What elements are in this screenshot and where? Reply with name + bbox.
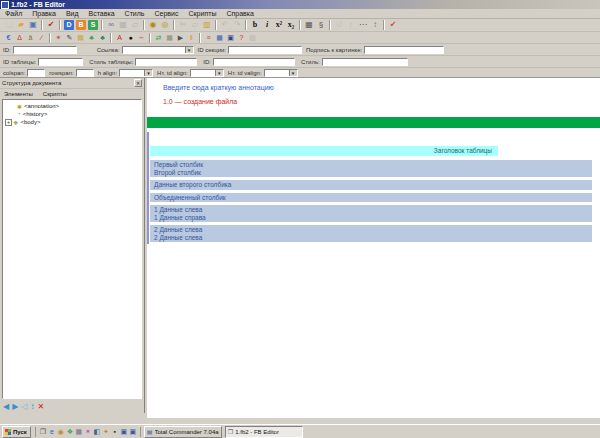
swap-icon[interactable]: ⇄ [153, 33, 164, 43]
save-icon[interactable]: ▣ [27, 19, 39, 30]
script-icon[interactable]: ƒ [345, 19, 357, 30]
grid-icon[interactable]: ▦ [164, 33, 175, 43]
replace-icon[interactable]: ◎ [159, 19, 171, 30]
tree-item[interactable]: ✱<annotation> [3, 102, 141, 110]
cell-icon[interactable]: ▣ [225, 33, 236, 43]
anchor-icon[interactable]: § [315, 19, 327, 30]
td-valign-select[interactable]: ▾ [264, 69, 298, 77]
halign-select[interactable]: ▾ [119, 69, 153, 77]
close-icon[interactable]: ✕ [134, 79, 142, 87]
window-app-icon[interactable]: ◧ [93, 427, 101, 437]
colspan-input[interactable] [27, 69, 45, 77]
table-row[interactable]: Объединенный столбик [150, 193, 592, 203]
section-id-input[interactable] [228, 46, 302, 54]
bold-button[interactable]: b [249, 19, 261, 30]
help-icon[interactable]: ? [236, 33, 247, 43]
source-mode-button[interactable]: S [88, 20, 98, 30]
move-vertical-icon[interactable]: ↕ [30, 401, 34, 412]
move-right-icon[interactable]: ▶ [12, 401, 18, 412]
expander-icon[interactable]: + [5, 119, 12, 126]
code-icon[interactable]: ▦ [303, 19, 315, 30]
spellcheck-icon[interactable]: ✔ [387, 19, 399, 30]
history-entry-text[interactable]: 1.0 — создание файла [163, 98, 237, 105]
table-row[interactable]: Первый столбикВторой столбик [150, 160, 592, 177]
undo-icon[interactable]: ↶ [219, 19, 231, 30]
superscript-button[interactable]: x² [273, 19, 285, 30]
start-button[interactable]: Пуск [2, 426, 31, 438]
refresh-icon[interactable]: ↕ [369, 19, 381, 30]
bullet-icon[interactable]: ● [125, 33, 136, 43]
selected-paragraph-bar[interactable] [147, 117, 600, 128]
ie-icon[interactable]: e [48, 427, 56, 437]
taskbar-task-button[interactable]: ▤Total Commander 7.04a... [144, 426, 222, 438]
settings-icon[interactable]: ✶ [53, 33, 64, 43]
text-author-icon[interactable]: A [114, 33, 125, 43]
green-app-icon[interactable]: ❖ [66, 427, 74, 437]
find-icon[interactable]: ◉ [147, 19, 159, 30]
copy-icon[interactable]: ▱ [189, 19, 201, 30]
image-caption-input[interactable] [364, 46, 444, 54]
subscript-button[interactable]: x₂ [285, 19, 297, 30]
taskbar-task-button[interactable]: ❐1.fb2 - FB Editor [225, 426, 303, 438]
table-icon[interactable]: ▦ [214, 33, 225, 43]
cell-id-input[interactable] [213, 58, 295, 66]
image-icon[interactable]: ▦ [117, 19, 129, 30]
rowspan-input[interactable] [76, 69, 94, 77]
save-app-icon[interactable]: ▣ [120, 427, 128, 437]
validate-icon[interactable]: ✔ [45, 19, 57, 30]
move-up-icon[interactable]: ◁ [21, 401, 27, 412]
table-header-row[interactable]: Заголовок таблицы [150, 146, 498, 156]
editor-area[interactable]: Введите сюда краткую аннотацию 1.0 — соз… [147, 78, 600, 418]
link-icon[interactable]: ∞ [105, 19, 117, 30]
delete-element-icon[interactable]: ✕ [37, 401, 44, 412]
title-bar[interactable]: 1.fb2 - FB Editor [0, 0, 600, 9]
body-mode-button[interactable]: B [76, 20, 86, 30]
tools-app-icon[interactable]: ✦ [102, 427, 110, 437]
show-desktop-icon[interactable]: ❐ [39, 427, 47, 437]
columns-icon[interactable]: ‖ [186, 33, 197, 43]
image-gray-icon[interactable]: ▨ [247, 33, 258, 43]
new-document-icon[interactable]: ❏ [3, 19, 15, 30]
rows-icon[interactable]: ≡ [203, 33, 214, 43]
redo-icon[interactable]: ↷ [231, 19, 243, 30]
slash-icon[interactable]: ∕ [36, 33, 47, 43]
italic-button[interactable]: i [261, 19, 273, 30]
book-icon[interactable]: ▤ [75, 33, 86, 43]
save-app2-icon[interactable]: ▣ [129, 427, 137, 437]
menu-item[interactable]: Вставка [84, 9, 120, 18]
epigraph-icon[interactable]: € [3, 33, 14, 43]
tab-scripts[interactable]: Скрипты [43, 91, 67, 97]
menu-item[interactable]: Вид [61, 9, 84, 18]
subsection-icon[interactable]: ♣ [97, 33, 108, 43]
description-mode-button[interactable]: D [64, 20, 74, 30]
media-player-icon[interactable]: ◉ [57, 427, 65, 437]
section-icon[interactable]: ♣ [86, 33, 97, 43]
tree-item[interactable]: +❖<body> [3, 118, 141, 126]
undo-all-icon[interactable]: ↺ [333, 19, 345, 30]
color-app-icon[interactable]: ✶ [84, 427, 92, 437]
tilde-icon[interactable]: ∼ [136, 33, 147, 43]
id-input[interactable] [13, 46, 77, 54]
td-align-select[interactable]: ▾ [190, 69, 224, 77]
table-id-input[interactable] [38, 58, 83, 66]
author-icon[interactable]: ä [25, 33, 36, 43]
table-row[interactable]: Данные второго столбика [150, 180, 592, 190]
table-row[interactable]: 1 Данные слева1 Данные справа [150, 205, 592, 222]
paste-icon[interactable]: ▥ [201, 19, 213, 30]
menu-item[interactable]: Скрипты [183, 9, 221, 18]
dark-app-icon[interactable]: ▪ [111, 427, 119, 437]
table-style-input[interactable] [135, 58, 197, 66]
options-icon[interactable]: ⋯ [357, 19, 369, 30]
cell-style-input[interactable] [322, 58, 408, 66]
menu-item[interactable]: Справка [221, 9, 258, 18]
open-folder-icon[interactable]: ▰ [15, 19, 27, 30]
title-icon[interactable]: Δ [14, 33, 25, 43]
edit-icon[interactable]: ✎ [64, 33, 75, 43]
table-row[interactable]: 2 Данные слева2 Данные слева [150, 225, 592, 242]
menu-item[interactable]: Сервис [149, 9, 183, 18]
tree-item[interactable]: ◔<history> [3, 110, 141, 118]
cut-icon[interactable]: ✂ [177, 19, 189, 30]
move-left-icon[interactable]: ◀ [3, 401, 9, 412]
gray-app-icon[interactable]: ▦ [75, 427, 83, 437]
menu-item[interactable]: Файл [0, 9, 27, 18]
